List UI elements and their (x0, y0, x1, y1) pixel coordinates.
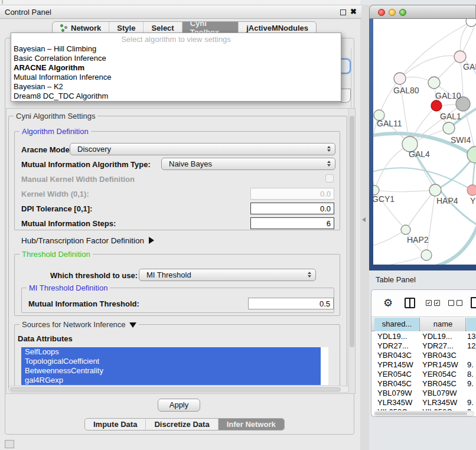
manual-kernel-width-label: Manual Kernel Width Definition (21, 175, 135, 184)
network-window-titlebar[interactable] (369, 5, 476, 19)
control-panel-titlebar: Control Panel ✖ (0, 5, 361, 19)
table-horizontal-scrollbar[interactable] (374, 411, 474, 416)
network-node[interactable] (431, 100, 442, 111)
node-label: GAL4 (409, 149, 430, 159)
mi-threshold-field[interactable]: 0.5 (248, 298, 334, 309)
network-edge (374, 144, 410, 190)
mi-steps-field[interactable]: 6 (250, 217, 334, 229)
network-edge (374, 190, 435, 192)
algorithm-dropdown-placeholder[interactable]: Select algorithm to view settings (11, 33, 341, 44)
expanded-arrow-icon (129, 322, 136, 328)
tab-select[interactable]: Select (144, 22, 182, 34)
network-node[interactable] (466, 19, 476, 27)
table-row[interactable]: YBR043CYBR043C (371, 351, 476, 360)
sources-title-text: Sources for Network Inference (22, 320, 126, 329)
column-header-shared-name[interactable]: shared... (374, 318, 420, 331)
close-icon[interactable]: ✖ (350, 7, 357, 16)
close-traffic-light-icon[interactable] (378, 9, 385, 16)
table-panel-title: Table Panel (376, 275, 416, 284)
table-cell: YDR27... (422, 341, 454, 351)
aracne-mode-combo[interactable]: Discovery (70, 143, 335, 155)
table-cell: 13 (467, 332, 475, 341)
which-threshold-combo[interactable]: MI Threshold (139, 269, 316, 281)
table-cell: YBR045C (422, 379, 457, 389)
panel-divider[interactable] (360, 5, 369, 450)
network-edge (437, 214, 476, 265)
network-node[interactable] (467, 185, 476, 195)
deselect-all-checkbox-icon[interactable] (448, 300, 454, 306)
dpi-tolerance-field[interactable]: 0.0 (250, 203, 334, 214)
gear-icon[interactable]: ⚙ (383, 296, 393, 309)
table-header: shared... name (371, 318, 476, 331)
algorithm-option[interactable]: Basic Correlation Inference (11, 54, 341, 63)
data-attribute-item[interactable]: TopologicalCoefficient (21, 357, 321, 366)
kernel-width-field[interactable]: 0.0 (250, 188, 334, 200)
network-node[interactable] (467, 146, 476, 163)
algorithm-option[interactable]: Mutual Information Inference (11, 73, 341, 82)
network-node[interactable] (373, 185, 379, 195)
table-hscroll-thumb[interactable] (375, 412, 467, 415)
table-cell: YIL053C (377, 407, 407, 410)
table-cell: YLR345W (377, 398, 412, 407)
tab-jactivemnodules[interactable]: jActiveMNodules (239, 22, 316, 34)
tab-network[interactable]: Network (53, 22, 109, 34)
mi-algorithm-type-combo[interactable]: Naive Bayes (161, 158, 335, 170)
table-row[interactable]: YBR045CYBR045C9. (371, 379, 476, 389)
apply-button[interactable]: Apply (158, 399, 200, 412)
table-cell: 9. (467, 379, 474, 389)
node-label: HAP2 (407, 235, 429, 244)
algorithm-option[interactable]: Bayesian – K2 (11, 82, 341, 92)
network-canvas[interactable]: GALGAL80GAL10GAL1GAL11SWI4GAL4GCY1HAP4YH… (373, 19, 476, 265)
zoom-traffic-light-icon[interactable] (399, 9, 406, 16)
network-node[interactable] (394, 73, 406, 84)
network-node[interactable] (429, 184, 441, 196)
column-header-partial[interactable] (467, 318, 476, 331)
export-table-icon[interactable] (471, 297, 476, 308)
tab-infer-network[interactable]: Infer Network (219, 419, 284, 430)
algorithm-option[interactable]: Dream8 DC_TDC Algorithm (11, 92, 341, 101)
select-all-checkbox-icon[interactable]: ✓ (434, 300, 440, 306)
data-attribute-item[interactable]: BetweennessCentrality (21, 366, 321, 376)
network-node[interactable] (428, 77, 440, 89)
mi-threshold-title: MI Threshold Definition (27, 283, 110, 292)
manual-kernel-width-checkbox[interactable] (325, 174, 334, 182)
column-header-name[interactable]: name (420, 318, 466, 331)
table-cell: YDL19... (377, 332, 407, 341)
settings-horizontal-scrollbar[interactable] (8, 386, 350, 393)
table-panel: ⚙ ✓ ✓ shared... name YDL19...YDL19...13Y… (371, 289, 476, 417)
network-node[interactable] (443, 122, 455, 134)
node-label: GAL (463, 62, 476, 71)
tab-cyni-toolbox[interactable]: Cyni Toolbox (182, 22, 239, 34)
hscroll-thumb[interactable] (10, 387, 341, 392)
network-node[interactable] (421, 250, 432, 260)
float-window-icon[interactable] (340, 9, 346, 15)
panel-dock-icon[interactable] (5, 440, 14, 448)
table-row[interactable]: YDL19...YDL19...13 (371, 332, 476, 341)
data-attribute-item[interactable]: gal4RGexp (21, 376, 321, 385)
divider-collapse-icon[interactable] (362, 217, 366, 222)
table-row[interactable]: YDR27...YDR27...12 (371, 341, 476, 351)
columns-icon[interactable] (405, 298, 415, 308)
network-node[interactable] (401, 225, 410, 234)
algorithm-option[interactable]: ARACNE Algorithm (11, 63, 341, 73)
table-row[interactable]: YLR345WYLR345W9. (371, 398, 476, 407)
tab-discretize-data[interactable]: Discretize Data (146, 419, 218, 430)
hub-definition-toggle[interactable]: Hub/Transcription Factor Definition (21, 236, 154, 245)
combo-spinner-icon (308, 272, 311, 278)
minimize-traffic-light-icon[interactable] (389, 9, 396, 16)
algorithm-option[interactable]: Bayesian – Hill Climbing (11, 44, 341, 54)
table-row[interactable]: YPR145WYPR145W9. (371, 360, 476, 370)
select-all-checkbox-icon[interactable]: ✓ (426, 300, 432, 306)
table-row[interactable]: YBL079WYBL079W (371, 389, 476, 398)
sources-title[interactable]: Sources for Network Inference (19, 320, 139, 329)
table-row[interactable]: YIL053CYIL053C9 (371, 407, 476, 410)
tab-style[interactable]: Style (109, 22, 144, 34)
table-cell: YDR27... (377, 341, 409, 351)
table-row[interactable]: YER054CYER054C8. (371, 370, 476, 379)
node-label: GCY1 (373, 194, 395, 204)
vscroll-thumb[interactable] (350, 116, 354, 347)
network-node[interactable] (454, 51, 466, 63)
deselect-all-checkbox-icon[interactable] (457, 300, 462, 306)
data-attribute-item[interactable]: SelfLoops (21, 347, 321, 357)
tab-impute-data[interactable]: Impute Data (85, 419, 146, 430)
